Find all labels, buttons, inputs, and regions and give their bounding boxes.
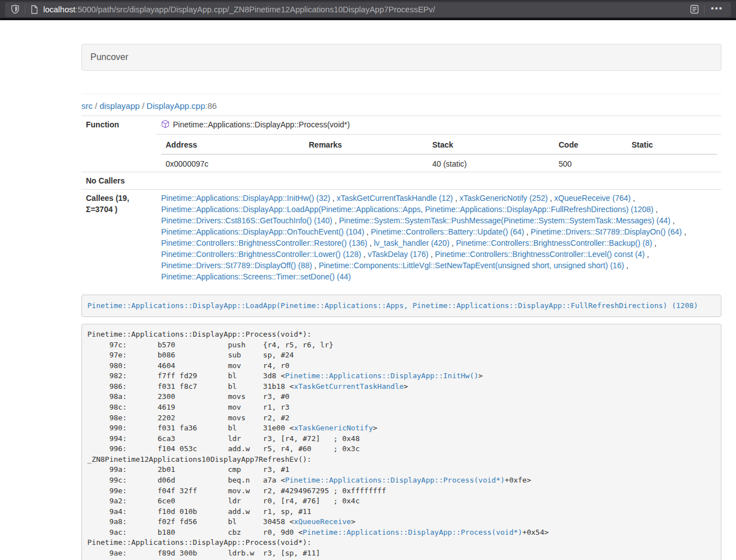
callee-link[interactable]: Pinetime::Controllers::Battery::Update()… <box>371 227 524 236</box>
table-row: Function Pinetime::Applications::Display… <box>81 116 721 135</box>
toolbar-divider <box>25 4 25 14</box>
overflow-menu-icon[interactable]: ••• <box>710 3 725 15</box>
address-value: 0x0000097c <box>161 154 304 172</box>
remarks-value <box>304 154 428 172</box>
callee-link[interactable]: xQueueReceive (764) <box>554 194 630 203</box>
callee-link[interactable]: Pinetime::Applications::DisplayApp::Load… <box>161 205 653 214</box>
table-row: 0x0000097c 40 (static) 500 <box>161 154 717 172</box>
table-row: Callees (19, Σ=3704 ) Pinetime::Applicat… <box>81 190 721 286</box>
breadcrumb-dir-link[interactable]: displayapp <box>99 101 140 111</box>
reader-mode-icon[interactable] <box>690 4 699 14</box>
callee-link[interactable]: xTaskGetCurrentTaskHandle (12) <box>337 194 453 203</box>
callee-link[interactable]: Pinetime::Applications::DisplayApp::OnTo… <box>161 227 364 236</box>
callee-link[interactable]: Pinetime::Drivers::St7789::DisplayOff() … <box>161 261 312 270</box>
page-icon[interactable] <box>30 5 38 14</box>
breadcrumb: src/displayapp/DisplayApp.cpp:86 <box>81 100 721 112</box>
app-header-panel: Puncover <box>81 44 721 71</box>
page-content: Puncover src/displayapp/DisplayApp.cpp:8… <box>81 20 721 560</box>
breadcrumb-file-link[interactable]: DisplayApp.cpp <box>147 101 205 111</box>
url-path: :5000/path/src/displayapp/DisplayApp.cpp… <box>75 5 435 14</box>
assembly-code: Pinetime::Applications::DisplayApp::Proc… <box>81 324 721 560</box>
breadcrumb-separator: / <box>140 101 147 111</box>
asm-symbol-link[interactable]: xTaskGetCurrentTaskHandle <box>294 382 404 391</box>
app-title: Puncover <box>90 52 129 62</box>
shield-icon[interactable] <box>11 4 20 14</box>
callee-link[interactable]: Pinetime::Controllers::BrightnessControl… <box>161 238 367 247</box>
code-size-value: 500 <box>554 154 627 172</box>
callee-link[interactable]: Pinetime::Applications::Screens::Timer::… <box>161 272 351 281</box>
column-header-address: Address <box>161 136 304 154</box>
callee-link[interactable]: Pinetime::Applications::DisplayApp::Init… <box>161 194 330 203</box>
column-header-static: Static <box>627 136 717 154</box>
function-name: Pinetime::Applications::DisplayApp::Proc… <box>173 120 350 129</box>
callee-link[interactable]: Pinetime::Controllers::BrightnessControl… <box>456 238 652 247</box>
callee-link[interactable]: Pinetime::System::SystemTask::PushMessag… <box>339 216 671 225</box>
function-name-cell: Pinetime::Applications::DisplayApp::Proc… <box>157 116 721 135</box>
breadcrumb-separator: / <box>93 101 99 111</box>
no-callers-label: No Callers <box>81 172 157 190</box>
breadcrumb-src-link[interactable]: src <box>81 101 93 111</box>
callee-link[interactable]: vTaskDelay (176) <box>368 250 428 259</box>
callee-link[interactable]: lv_task_handler (420) <box>374 238 450 247</box>
stack-value: 40 (static) <box>428 154 554 172</box>
callee-link[interactable]: Pinetime::Drivers::St7789::DisplayOn() (… <box>531 227 682 236</box>
function-table: Function Pinetime::Applications::Display… <box>81 116 721 285</box>
callees-label: Callees (19, Σ=3704 ) <box>81 190 157 286</box>
divider <box>81 94 721 94</box>
toolbar-divider <box>704 4 705 14</box>
empty-label-cell <box>81 135 157 172</box>
callers-cell <box>157 172 721 190</box>
callee-link[interactable]: Pinetime::Controllers::BrightnessControl… <box>161 250 361 259</box>
table-row: Address Remarks Stack Code Static 0x0000… <box>81 135 721 172</box>
loadapp-highlight-box: Pinetime::Applications::DisplayApp::Load… <box>81 295 721 317</box>
callees-list: Pinetime::Applications::DisplayApp::Init… <box>157 190 721 286</box>
column-header-remarks: Remarks <box>304 136 428 154</box>
callee-link[interactable]: Pinetime::Drivers::Cst816S::GetTouchInfo… <box>161 216 332 225</box>
callee-link[interactable]: xTaskGenericNotify (252) <box>459 194 547 203</box>
url-host: localhost <box>43 5 75 14</box>
asm-symbol-link[interactable]: Pinetime::Applications::DisplayApp::Init… <box>285 371 478 380</box>
url-text[interactable]: localhost:5000/path/src/displayapp/Displ… <box>43 5 690 14</box>
function-stats-table: Address Remarks Stack Code Static 0x0000… <box>161 136 717 172</box>
column-header-stack: Stack <box>428 136 554 154</box>
symbol-cube-icon <box>161 120 170 131</box>
asm-symbol-link[interactable]: Pinetime::Applications::DisplayApp::Proc… <box>285 476 505 484</box>
address-bar[interactable]: localhost:5000/path/src/displayapp/Displ… <box>5 2 731 17</box>
callee-link[interactable]: Pinetime::Components::LittleVgl::SetNewT… <box>319 261 624 270</box>
asm-symbol-link[interactable]: xTaskGenericNotify <box>294 424 373 432</box>
function-row-label: Function <box>81 116 157 135</box>
loadapp-symbol-link[interactable]: Pinetime::Applications::DisplayApp::Load… <box>88 301 698 310</box>
column-header-code: Code <box>554 136 627 154</box>
table-row: No Callers <box>81 172 721 190</box>
browser-toolbar: localhost:5000/path/src/displayapp/Displ… <box>0 0 736 20</box>
static-value <box>627 154 717 172</box>
breadcrumb-line-number: :86 <box>205 101 217 111</box>
asm-symbol-link[interactable]: xQueueReceive <box>294 517 351 526</box>
callee-link[interactable]: Pinetime::Controllers::BrightnessControl… <box>435 250 644 259</box>
asm-symbol-link[interactable]: Pinetime::Applications::DisplayApp::Proc… <box>303 528 522 536</box>
function-stats-cell: Address Remarks Stack Code Static 0x0000… <box>157 135 721 172</box>
